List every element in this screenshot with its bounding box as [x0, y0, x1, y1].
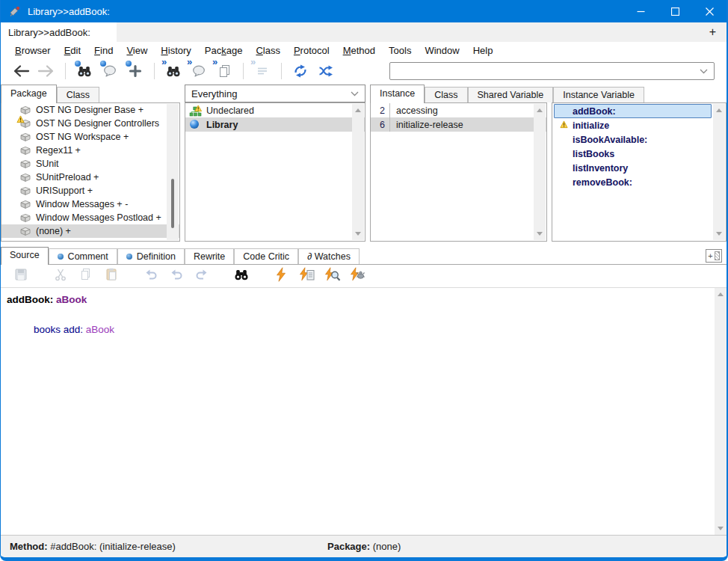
package-item[interactable]: SUnitPreload + — [1, 171, 179, 184]
close-button[interactable] — [692, 0, 727, 22]
menu-find[interactable]: Find — [87, 43, 120, 58]
package-pane-tab-class[interactable]: Class — [57, 87, 99, 102]
menu-history[interactable]: History — [154, 43, 197, 58]
chevron-down-icon[interactable] — [694, 69, 714, 74]
category-filter-dropdown[interactable]: Everything — [185, 85, 365, 102]
inspect-it-button[interactable] — [323, 267, 341, 285]
side-tab-class[interactable]: Class — [425, 87, 467, 102]
scroll-down-arrow[interactable] — [355, 232, 361, 236]
menu-method[interactable]: Method — [336, 43, 382, 58]
menu-package[interactable]: Package — [198, 43, 250, 58]
editor-scrollbar[interactable] — [715, 288, 727, 535]
tab-label: Definition — [137, 251, 176, 262]
split-pane-button[interactable]: + — [706, 249, 722, 263]
source-tab-rewrite[interactable]: Rewrite — [185, 248, 234, 264]
source-tab-source[interactable]: Source — [1, 247, 49, 265]
method-list-scrollbar[interactable] — [713, 104, 725, 240]
minimize-button[interactable] — [623, 0, 658, 22]
protocol-row[interactable]: 6initialize-release — [371, 117, 546, 132]
scrollbar-thumb[interactable] — [171, 179, 174, 228]
method-argument: aBook — [56, 294, 87, 305]
menu-class[interactable]: Class — [249, 43, 287, 58]
tab-label: Class — [67, 90, 90, 100]
method-item[interactable]: listBooks — [552, 147, 726, 161]
menu-tools[interactable]: Tools — [382, 43, 418, 58]
package-item[interactable]: SUnit — [1, 157, 179, 171]
maximize-button[interactable] — [658, 0, 692, 22]
class-item[interactable]: Undeclared — [185, 103, 365, 117]
source-tab-definition[interactable]: Definition — [117, 248, 185, 264]
package-item[interactable]: Window Messages + - — [1, 197, 179, 211]
tab-label: Package — [10, 88, 47, 99]
side-tab-shared-variable[interactable]: Shared Variable — [468, 87, 554, 102]
menu-browser[interactable]: Browser — [8, 43, 58, 58]
method-item[interactable]: listInventory — [552, 161, 726, 175]
debug-it-button[interactable] — [348, 267, 366, 285]
scroll-down-arrow[interactable] — [716, 232, 722, 236]
evaluate-it-button[interactable] — [272, 267, 290, 285]
display-it-button[interactable] — [297, 267, 315, 285]
package-item[interactable]: Regex11 + — [1, 144, 179, 157]
warning-icon — [560, 120, 569, 129]
package-list-scrollbar[interactable] — [167, 104, 179, 240]
browser-tab[interactable]: Library>>addBook: — [1, 22, 117, 42]
find-button[interactable] — [232, 267, 250, 285]
package-item[interactable]: (none) + — [1, 224, 179, 238]
scroll-up-arrow[interactable] — [716, 108, 722, 112]
source-tab-code-critic[interactable]: Code Critic — [234, 248, 298, 264]
menubar: BrowserEditFindViewHistoryPackageClassPr… — [1, 42, 727, 58]
debug-it-icon — [349, 267, 366, 285]
browse-selectors-button[interactable]: » — [164, 61, 183, 81]
protocol-row[interactable]: 2accessing — [371, 103, 546, 117]
method-item[interactable]: isBookAvailable: — [552, 132, 726, 147]
side-tab-instance[interactable]: Instance — [370, 85, 425, 103]
menu-window[interactable]: Window — [418, 43, 466, 58]
class-comment-button[interactable] — [100, 61, 120, 81]
window-controls — [623, 0, 727, 22]
protocol-list-scrollbar[interactable] — [534, 104, 546, 240]
package-item[interactable]: Window Messages Postload + — [1, 211, 179, 224]
method-item[interactable]: initialize — [552, 118, 726, 132]
package-item[interactable]: URISupport + — [1, 184, 179, 197]
add-class-button[interactable] — [126, 61, 145, 81]
package-item[interactable]: OST NG Designer Controllers — [1, 117, 179, 130]
method-label: listInventory — [573, 163, 628, 174]
toggle-order-button[interactable] — [316, 61, 336, 81]
class-label: Undeclared — [206, 105, 254, 116]
scroll-up-arrow[interactable] — [718, 292, 724, 296]
selector-comment-button[interactable]: » — [189, 61, 209, 81]
browse-classes-button[interactable] — [75, 61, 94, 81]
package-pane-tab-package[interactable]: Package — [1, 85, 57, 103]
scroll-down-arrow[interactable] — [537, 232, 543, 236]
code-editor[interactable]: addBook: aBook books add: aBook — [1, 287, 727, 535]
go-back-button[interactable] — [11, 61, 31, 81]
category-list-scrollbar[interactable] — [352, 104, 364, 240]
class-item[interactable]: Library — [185, 117, 365, 132]
category-filter-value: Everything — [191, 88, 237, 99]
package-item[interactable]: OST NG Workspace + — [1, 130, 179, 144]
new-tab-button[interactable]: + — [705, 22, 721, 42]
package-icon — [19, 144, 31, 156]
side-tab-instance-variable[interactable]: Instance Variable — [553, 87, 644, 102]
menu-edit[interactable]: Edit — [58, 43, 87, 58]
menu-help[interactable]: Help — [466, 43, 500, 58]
source-tab---watches[interactable]: ∂ Watches — [298, 248, 360, 264]
scroll-up-arrow[interactable] — [537, 108, 543, 112]
scroll-down-arrow[interactable] — [718, 527, 724, 530]
method-item[interactable]: addBook: — [554, 104, 712, 118]
go-back-icon — [12, 64, 30, 79]
package-item[interactable]: OST NG Designer Base + — [1, 103, 179, 117]
source-tab-comment[interactable]: Comment — [49, 248, 117, 264]
search-input[interactable] — [390, 63, 694, 79]
source-tab-bar: SourceCommentDefinitionRewriteCode Criti… — [1, 247, 727, 265]
menu-protocol[interactable]: Protocol — [287, 43, 336, 58]
search-combobox[interactable] — [389, 62, 715, 80]
menu-view[interactable]: View — [120, 43, 154, 58]
browse-implementors-button[interactable]: » — [215, 61, 234, 81]
chevrons-badge: » — [250, 56, 256, 67]
refresh-button[interactable] — [291, 61, 310, 81]
selector-comment-icon — [191, 64, 206, 79]
warning-icon — [16, 115, 25, 123]
scroll-up-arrow[interactable] — [355, 108, 361, 112]
method-item[interactable]: removeBook: — [552, 175, 726, 189]
